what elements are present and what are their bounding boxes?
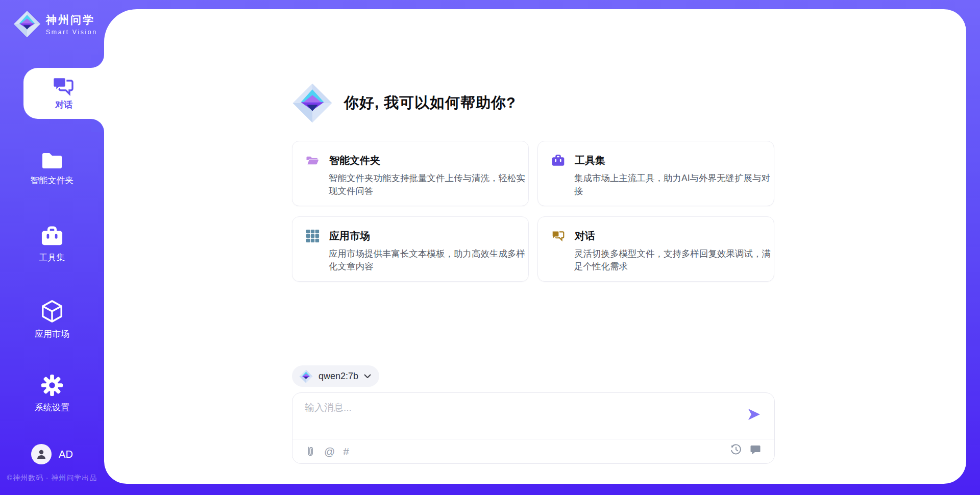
mention-icon[interactable]: @: [324, 444, 335, 459]
composer-divider: [292, 439, 774, 439]
history-icon[interactable]: [730, 444, 742, 455]
greeting: 你好, 我可以如何帮助你?: [292, 83, 516, 123]
hash-icon[interactable]: #: [343, 444, 349, 459]
folder-icon: [40, 151, 64, 170]
brand-diamond-icon: [292, 83, 333, 123]
card-app-market[interactable]: 应用市场 应用市场提供丰富长文本模板，助力高效生成多样化文章内容: [292, 216, 529, 282]
chat-icon: [551, 229, 565, 243]
card-title: 智能文件夹: [329, 154, 380, 167]
avatar: [31, 444, 52, 464]
brand-subtitle: Smart Vision: [46, 29, 97, 36]
model-name: qwen2:7b: [318, 371, 358, 382]
feature-cards: 智能文件夹 智能文件夹功能支持批量文件上传与清洗，轻松实现文件问答 工具集 集成…: [292, 141, 775, 282]
sidebar-item-toolset[interactable]: 工具集: [0, 226, 104, 263]
brand-diamond-icon: [13, 10, 41, 38]
card-title: 应用市场: [329, 229, 370, 243]
sidebar-item-label: 智能文件夹: [0, 175, 104, 186]
send-icon[interactable]: [747, 407, 761, 422]
chat-bubble-icon[interactable]: [750, 444, 761, 455]
card-title: 工具集: [575, 154, 605, 167]
brand: 神州问学 Smart Vision: [13, 10, 97, 38]
sidebar-item-chat[interactable]: 对话: [23, 68, 104, 119]
grid-icon: [306, 229, 320, 243]
sidebar-item-app-market[interactable]: 应用市场: [0, 299, 104, 340]
toolbox-icon: [40, 226, 64, 247]
folder-open-icon: [306, 154, 320, 167]
sidebar-item-settings[interactable]: 系统设置: [0, 374, 104, 413]
card-chat[interactable]: 对话 灵活切换多模型文件，支持多样回复效果调试，满足个性化需求: [537, 216, 774, 282]
card-description: 智能文件夹功能支持批量文件上传与清洗，轻松实现文件问答: [329, 172, 530, 197]
app-root: 你好, 我可以如何帮助你? 智能文件夹 智能文件夹功能支持批量文件上传与清洗，轻…: [0, 0, 980, 495]
toolbox-icon: [551, 154, 565, 167]
card-toolset[interactable]: 工具集 集成市场上主流工具，助力AI与外界无缝扩展与对接: [537, 141, 774, 206]
sidebar-item-smart-folder[interactable]: 智能文件夹: [0, 151, 104, 186]
cube-icon: [40, 299, 64, 324]
main-panel: 你好, 我可以如何帮助你? 智能文件夹 智能文件夹功能支持批量文件上传与清洗，轻…: [104, 9, 966, 484]
card-description: 应用市场提供丰富长文本模板，助力高效生成多样化文章内容: [329, 247, 530, 273]
tab-curve-top: [91, 55, 104, 68]
sidebar-item-label: 应用市场: [0, 328, 104, 340]
message-composer: @ #: [292, 392, 775, 464]
sidebar-item-label: 对话: [55, 99, 72, 111]
user-account[interactable]: AD: [0, 444, 104, 464]
sidebar-item-label: 系统设置: [0, 402, 104, 413]
model-selector[interactable]: qwen2:7b: [292, 365, 379, 387]
sidebar: 神州问学 Smart Vision 对话 智能文件夹: [0, 0, 104, 495]
composer-toolbar-right: [730, 444, 761, 455]
user-initials: AD: [59, 449, 73, 460]
sidebar-item-label: 工具集: [0, 252, 104, 263]
chevron-down-icon: [364, 374, 371, 379]
card-description: 灵活切换多模型文件，支持多样回复效果调试，满足个性化需求: [574, 247, 775, 273]
tab-curve-bottom: [91, 119, 104, 132]
person-icon: [35, 448, 47, 460]
card-title: 对话: [575, 229, 595, 243]
card-smart-folder[interactable]: 智能文件夹 智能文件夹功能支持批量文件上传与清洗，轻松实现文件问答: [292, 141, 529, 206]
gear-icon: [40, 374, 64, 397]
paperclip-icon[interactable]: [305, 446, 316, 457]
chat-icon: [53, 77, 75, 96]
footer-credit: ©神州数码 · 神州问学出品: [0, 474, 104, 483]
brand-diamond-icon: [299, 369, 313, 383]
message-input[interactable]: [305, 401, 739, 433]
composer-toolbar-left: @ #: [305, 444, 349, 459]
card-description: 集成市场上主流工具，助力AI与外界无缝扩展与对接: [574, 172, 775, 197]
brand-name: 神州问学: [46, 13, 97, 27]
greeting-title: 你好, 我可以如何帮助你?: [344, 93, 516, 113]
